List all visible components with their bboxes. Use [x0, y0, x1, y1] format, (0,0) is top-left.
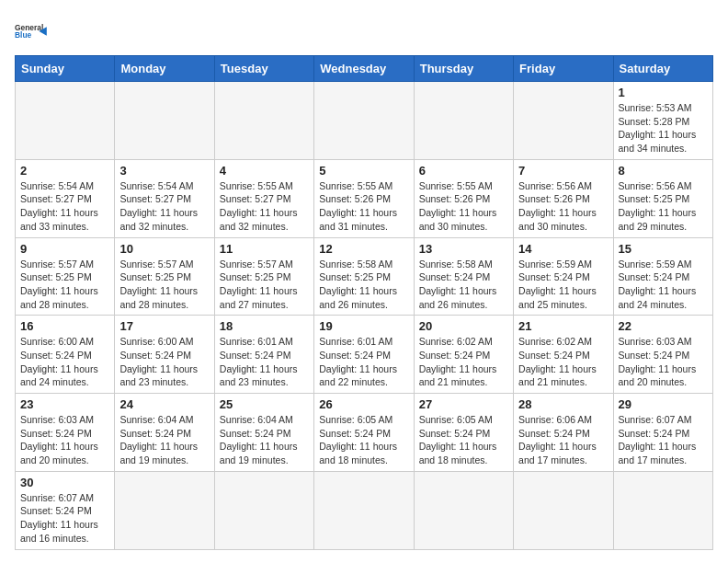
calendar-cell: 28Sunrise: 6:06 AM Sunset: 5:24 PM Dayli… — [514, 394, 613, 472]
day-number: 12 — [319, 242, 408, 256]
day-info: Sunrise: 5:59 AM Sunset: 5:24 PM Dayligh… — [518, 258, 608, 312]
calendar-cell: 26Sunrise: 6:05 AM Sunset: 5:24 PM Dayli… — [314, 394, 414, 472]
calendar-cell — [115, 82, 214, 160]
day-number: 7 — [518, 164, 608, 178]
weekday-header-saturday: Saturday — [613, 56, 712, 82]
calendar-cell — [314, 82, 414, 160]
calendar-cell: 3Sunrise: 5:54 AM Sunset: 5:27 PM Daylig… — [115, 159, 214, 237]
calendar-cell — [613, 471, 712, 549]
calendar-cell: 4Sunrise: 5:55 AM Sunset: 5:27 PM Daylig… — [214, 159, 313, 237]
calendar-cell: 5Sunrise: 5:55 AM Sunset: 5:26 PM Daylig… — [314, 159, 414, 237]
day-info: Sunrise: 5:55 AM Sunset: 5:26 PM Dayligh… — [419, 179, 508, 234]
calendar-cell — [514, 82, 613, 160]
day-number: 17 — [119, 319, 209, 333]
calendar-cell: 30Sunrise: 6:07 AM Sunset: 5:24 PM Dayli… — [16, 471, 115, 549]
day-info: Sunrise: 6:04 AM Sunset: 5:24 PM Dayligh… — [220, 413, 309, 467]
day-number: 25 — [220, 397, 309, 411]
day-number: 21 — [518, 319, 608, 333]
page-header: General Blue — [15, 15, 713, 48]
calendar-cell — [16, 82, 115, 160]
weekday-header-friday: Friday — [514, 56, 613, 82]
day-info: Sunrise: 6:07 AM Sunset: 5:24 PM Dayligh… — [20, 491, 109, 546]
logo: General Blue — [15, 15, 48, 48]
day-info: Sunrise: 5:58 AM Sunset: 5:24 PM Dayligh… — [419, 258, 508, 312]
day-info: Sunrise: 5:57 AM Sunset: 5:25 PM Dayligh… — [220, 258, 309, 312]
day-info: Sunrise: 5:55 AM Sunset: 5:27 PM Dayligh… — [220, 179, 309, 234]
calendar-cell: 2Sunrise: 5:54 AM Sunset: 5:27 PM Daylig… — [16, 159, 115, 237]
calendar-cell: 13Sunrise: 5:58 AM Sunset: 5:24 PM Dayli… — [414, 237, 513, 316]
weekday-header-sunday: Sunday — [16, 56, 115, 82]
calendar-cell: 23Sunrise: 6:03 AM Sunset: 5:24 PM Dayli… — [16, 394, 115, 472]
calendar-cell: 6Sunrise: 5:55 AM Sunset: 5:26 PM Daylig… — [414, 159, 513, 237]
calendar-body: 1Sunrise: 5:53 AM Sunset: 5:28 PM Daylig… — [16, 82, 713, 550]
day-number: 29 — [619, 397, 708, 411]
day-info: Sunrise: 5:53 AM Sunset: 5:28 PM Dayligh… — [619, 101, 708, 155]
calendar-cell: 22Sunrise: 6:03 AM Sunset: 5:24 PM Dayli… — [613, 316, 712, 394]
day-number: 23 — [20, 397, 109, 411]
calendar-cell — [414, 82, 513, 160]
day-number: 24 — [119, 397, 209, 411]
calendar-week-2: 2Sunrise: 5:54 AM Sunset: 5:27 PM Daylig… — [16, 159, 713, 237]
calendar-week-4: 16Sunrise: 6:00 AM Sunset: 5:24 PM Dayli… — [16, 316, 713, 394]
calendar-cell — [414, 471, 513, 549]
calendar-cell: 27Sunrise: 6:05 AM Sunset: 5:24 PM Dayli… — [414, 394, 513, 472]
calendar-week-6: 30Sunrise: 6:07 AM Sunset: 5:24 PM Dayli… — [16, 471, 713, 549]
calendar-cell: 25Sunrise: 6:04 AM Sunset: 5:24 PM Dayli… — [214, 394, 313, 472]
day-info: Sunrise: 6:02 AM Sunset: 5:24 PM Dayligh… — [518, 335, 608, 389]
day-number: 22 — [619, 319, 708, 333]
day-info: Sunrise: 5:54 AM Sunset: 5:27 PM Dayligh… — [20, 179, 109, 234]
calendar-cell: 11Sunrise: 5:57 AM Sunset: 5:25 PM Dayli… — [214, 237, 313, 316]
calendar-cell: 17Sunrise: 6:00 AM Sunset: 5:24 PM Dayli… — [115, 316, 214, 394]
calendar-cell: 15Sunrise: 5:59 AM Sunset: 5:24 PM Dayli… — [613, 237, 712, 316]
day-number: 30 — [20, 476, 109, 489]
day-number: 15 — [619, 242, 708, 256]
weekday-header-tuesday: Tuesday — [214, 56, 313, 82]
calendar-cell: 10Sunrise: 5:57 AM Sunset: 5:25 PM Dayli… — [115, 237, 214, 316]
weekday-header-thursday: Thursday — [414, 56, 513, 82]
calendar-cell: 16Sunrise: 6:00 AM Sunset: 5:24 PM Dayli… — [16, 316, 115, 394]
day-number: 16 — [20, 319, 109, 333]
day-info: Sunrise: 5:57 AM Sunset: 5:25 PM Dayligh… — [119, 258, 209, 312]
day-info: Sunrise: 6:04 AM Sunset: 5:24 PM Dayligh… — [119, 413, 209, 467]
calendar-cell: 12Sunrise: 5:58 AM Sunset: 5:25 PM Dayli… — [314, 237, 414, 316]
calendar-week-5: 23Sunrise: 6:03 AM Sunset: 5:24 PM Dayli… — [16, 394, 713, 472]
calendar-cell: 21Sunrise: 6:02 AM Sunset: 5:24 PM Dayli… — [514, 316, 613, 394]
day-info: Sunrise: 5:54 AM Sunset: 5:27 PM Dayligh… — [119, 179, 209, 234]
day-info: Sunrise: 6:00 AM Sunset: 5:24 PM Dayligh… — [20, 335, 109, 389]
calendar-cell: 8Sunrise: 5:56 AM Sunset: 5:25 PM Daylig… — [613, 159, 712, 237]
calendar-week-1: 1Sunrise: 5:53 AM Sunset: 5:28 PM Daylig… — [16, 82, 713, 160]
weekday-header-monday: Monday — [115, 56, 214, 82]
day-number: 1 — [619, 86, 708, 99]
logo-svg: General Blue — [15, 15, 48, 48]
calendar-cell: 24Sunrise: 6:04 AM Sunset: 5:24 PM Dayli… — [115, 394, 214, 472]
day-number: 2 — [20, 164, 109, 178]
calendar-cell: 20Sunrise: 6:02 AM Sunset: 5:24 PM Dayli… — [414, 316, 513, 394]
day-number: 20 — [419, 319, 508, 333]
day-number: 13 — [419, 242, 508, 256]
calendar-cell: 19Sunrise: 6:01 AM Sunset: 5:24 PM Dayli… — [314, 316, 414, 394]
day-info: Sunrise: 6:06 AM Sunset: 5:24 PM Dayligh… — [518, 413, 608, 467]
day-number: 10 — [119, 242, 209, 256]
day-number: 3 — [119, 164, 209, 178]
day-info: Sunrise: 6:03 AM Sunset: 5:24 PM Dayligh… — [20, 413, 109, 467]
calendar-cell — [115, 471, 214, 549]
day-info: Sunrise: 5:58 AM Sunset: 5:25 PM Dayligh… — [319, 258, 408, 312]
day-info: Sunrise: 6:07 AM Sunset: 5:24 PM Dayligh… — [619, 413, 708, 467]
calendar-cell — [214, 471, 313, 549]
day-info: Sunrise: 6:05 AM Sunset: 5:24 PM Dayligh… — [419, 413, 508, 467]
calendar-cell — [514, 471, 613, 549]
calendar-cell: 7Sunrise: 5:56 AM Sunset: 5:26 PM Daylig… — [514, 159, 613, 237]
calendar-cell: 29Sunrise: 6:07 AM Sunset: 5:24 PM Dayli… — [613, 394, 712, 472]
day-info: Sunrise: 5:59 AM Sunset: 5:24 PM Dayligh… — [619, 258, 708, 312]
day-info: Sunrise: 6:00 AM Sunset: 5:24 PM Dayligh… — [119, 335, 209, 389]
calendar-week-3: 9Sunrise: 5:57 AM Sunset: 5:25 PM Daylig… — [16, 237, 713, 316]
svg-text:Blue: Blue — [15, 30, 32, 40]
day-number: 14 — [518, 242, 608, 256]
calendar-cell — [314, 471, 414, 549]
weekday-header-wednesday: Wednesday — [314, 56, 414, 82]
day-number: 18 — [220, 319, 309, 333]
day-info: Sunrise: 6:03 AM Sunset: 5:24 PM Dayligh… — [619, 335, 708, 389]
day-number: 4 — [220, 164, 309, 178]
calendar-cell: 1Sunrise: 5:53 AM Sunset: 5:28 PM Daylig… — [613, 82, 712, 160]
day-number: 6 — [419, 164, 508, 178]
